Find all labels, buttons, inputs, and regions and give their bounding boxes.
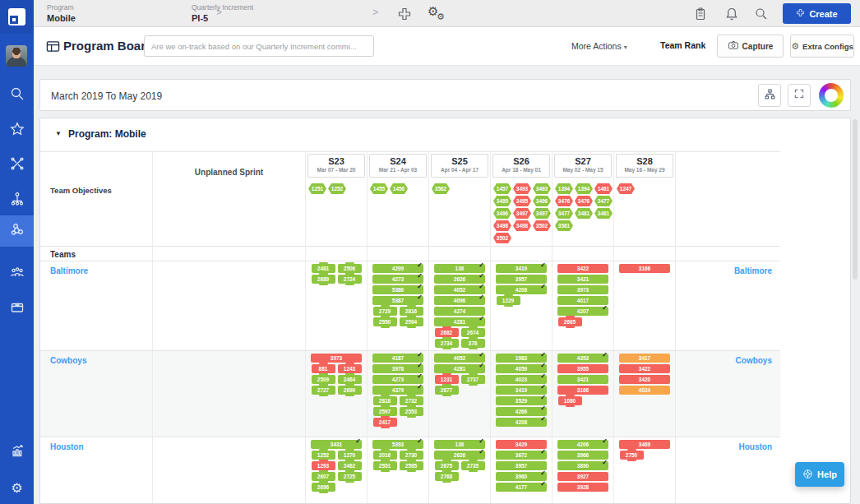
work-item-chip[interactable]: 1270: [338, 451, 362, 460]
work-item-chip[interactable]: 1231: [435, 375, 459, 384]
work-item-chip[interactable]: 3672✓: [496, 451, 547, 460]
work-item-chip[interactable]: 2816: [400, 307, 423, 316]
work-item-chip[interactable]: 4273✓: [372, 375, 423, 384]
work-item-chip[interactable]: 2727: [312, 386, 335, 395]
notes-button[interactable]: [693, 7, 708, 21]
team-name-link[interactable]: Cowboys: [40, 351, 152, 365]
board-question-input[interactable]: [144, 35, 374, 57]
work-item-chip[interactable]: 2551: [373, 461, 397, 470]
work-item-chip[interactable]: 3978✓: [372, 364, 423, 373]
work-item-chip[interactable]: 4274: [434, 307, 485, 316]
work-item-chip[interactable]: 2665: [558, 317, 582, 326]
help-button[interactable]: Help: [795, 462, 844, 487]
work-item-chip[interactable]: 3421: [557, 275, 608, 284]
sidebar-item-strategy[interactable]: [0, 150, 34, 180]
fullscreen-button[interactable]: [788, 84, 811, 107]
work-item-chip[interactable]: 4208✓: [496, 285, 547, 294]
work-item-chip[interactable]: 2732: [400, 396, 423, 405]
work-item-chip[interactable]: 1243: [338, 364, 362, 373]
work-item-chip[interactable]: 2595: [400, 461, 423, 470]
team-name-link-right[interactable]: Houston: [676, 437, 780, 451]
work-item-chip[interactable]: 3420: [619, 375, 670, 384]
objective-badge[interactable]: 3493: [533, 183, 551, 194]
work-item-chip[interactable]: 4187✓: [372, 354, 423, 363]
work-item-chip[interactable]: 3890✓: [557, 461, 608, 470]
objective-badge[interactable]: 3477: [594, 196, 613, 206]
work-item-chip[interactable]: 2550: [373, 317, 397, 326]
work-item-chip[interactable]: 2696: [312, 483, 335, 492]
objective-badge[interactable]: 3502: [493, 233, 511, 243]
work-item-chip[interactable]: 2725: [338, 472, 362, 481]
work-item-chip[interactable]: 2724: [338, 275, 362, 284]
work-item-chip[interactable]: 3422: [619, 364, 670, 373]
capture-button[interactable]: Capture: [717, 35, 784, 58]
objective-badge[interactable]: 3495: [493, 196, 511, 206]
work-item-chip[interactable]: 2689: [312, 275, 335, 284]
work-item-chip[interactable]: 3973: [557, 285, 608, 294]
objective-badge[interactable]: 3498: [513, 220, 531, 231]
sidebar-item-search[interactable]: [0, 81, 34, 110]
objective-badge[interactable]: 1456: [390, 183, 408, 194]
work-item-chip[interactable]: 2690: [338, 386, 362, 395]
work-item-chip[interactable]: 5387✓: [372, 296, 423, 305]
work-item-chip[interactable]: 881: [312, 364, 335, 373]
work-item-chip[interactable]: 2626✓: [434, 451, 485, 460]
work-item-chip[interactable]: 1229: [497, 296, 520, 305]
team-name-link[interactable]: Baltimore: [40, 261, 152, 275]
work-item-chip[interactable]: 2553: [400, 407, 423, 416]
breadcrumb-program[interactable]: Program Mobile: [47, 3, 76, 23]
work-item-chip[interactable]: 2682: [435, 328, 459, 337]
objective-badge[interactable]: 1251: [308, 183, 326, 194]
work-item-chip[interactable]: 1983✓: [496, 354, 547, 363]
work-item-chip[interactable]: 4281✓: [434, 364, 485, 373]
work-item-chip[interactable]: 2509: [312, 375, 335, 384]
work-item-chip[interactable]: 136✓: [434, 440, 485, 449]
work-item-chip[interactable]: 4052✓: [434, 285, 485, 294]
work-item-chip[interactable]: 3421: [557, 375, 608, 384]
work-item-chip[interactable]: 4096✓: [434, 296, 485, 305]
work-item-chip[interactable]: 3419✓: [496, 386, 547, 395]
work-item-chip[interactable]: 3166: [557, 386, 608, 395]
work-item-chip[interactable]: 3417: [619, 354, 670, 363]
work-item-chip[interactable]: 3957: [496, 275, 547, 284]
extra-configs-button[interactable]: ⚙ Extra Configs: [790, 35, 854, 58]
objective-badge[interactable]: 3495: [513, 196, 531, 206]
objective-badge[interactable]: 3476: [555, 196, 573, 206]
work-item-chip[interactable]: 2016: [373, 451, 397, 460]
configure-gears-button[interactable]: ⚙ ⚙: [428, 4, 449, 24]
objective-badge[interactable]: 3496: [533, 196, 551, 206]
sprint-header-cell[interactable]: S24Mar 21 - Apr 03: [369, 154, 427, 178]
work-item-chip[interactable]: 2729: [373, 307, 397, 316]
sidebar-item-program-board[interactable]: [0, 215, 34, 247]
team-name-link[interactable]: Houston: [40, 437, 152, 451]
work-item-chip[interactable]: 2481: [312, 264, 335, 273]
sprint-header-cell[interactable]: S25Apr 04 - Apr 17: [431, 154, 488, 178]
work-item-chip[interactable]: 4052✓: [434, 354, 485, 363]
team-name-link-right[interactable]: Cowboys: [676, 351, 780, 365]
work-item-chip[interactable]: 3529✓: [496, 396, 547, 405]
work-item-chip[interactable]: 4207✓: [557, 307, 608, 316]
work-item-chip[interactable]: 3957: [496, 461, 547, 470]
team-name-link-right[interactable]: Baltimore: [676, 261, 780, 275]
vertical-scrollbar[interactable]: [853, 119, 858, 280]
work-item-chip[interactable]: 4273✓: [372, 275, 423, 284]
objective-badge[interactable]: 1394: [555, 183, 573, 194]
objective-badge[interactable]: 3476: [575, 196, 593, 206]
app-logo[interactable]: [0, 0, 34, 34]
work-item-chip[interactable]: 5386✓: [372, 285, 423, 294]
objective-badge[interactable]: 1461: [594, 183, 613, 194]
objective-badge[interactable]: 1455: [370, 183, 388, 194]
work-item-chip[interactable]: 3429: [496, 440, 547, 449]
sprint-header-cell[interactable]: S27May 02 - May 15: [554, 154, 612, 178]
work-item-chip[interactable]: 2675: [435, 461, 459, 470]
work-item-chip[interactable]: 3960✓: [496, 472, 547, 481]
work-item-chip[interactable]: 3927: [557, 472, 608, 481]
objective-badge[interactable]: 1394: [575, 183, 593, 194]
work-item-chip[interactable]: 4206✓: [557, 440, 608, 449]
objective-badge[interactable]: 3496: [493, 208, 511, 219]
add-breadcrumb-button[interactable]: [397, 7, 412, 21]
objective-badge[interactable]: 3493: [513, 183, 531, 194]
sidebar-item-portfolio[interactable]: [0, 186, 34, 215]
work-item-chip[interactable]: 2677: [435, 386, 459, 395]
objective-badge[interactable]: 3561: [555, 220, 573, 231]
